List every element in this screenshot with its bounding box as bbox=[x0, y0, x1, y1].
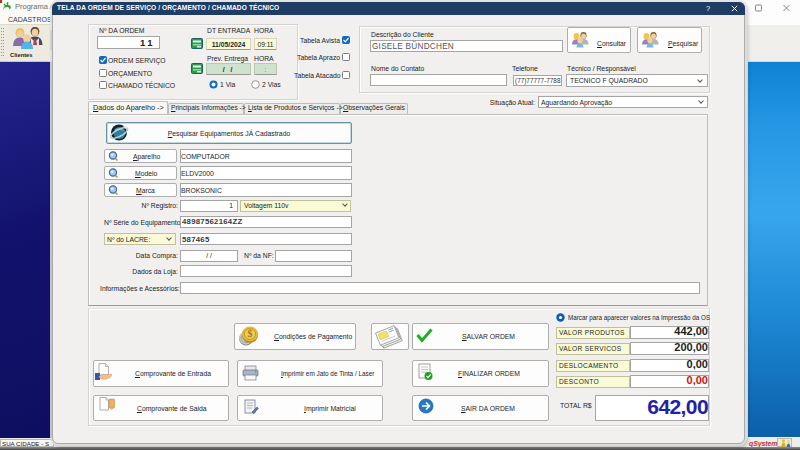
svg-text:$: $ bbox=[248, 328, 253, 339]
